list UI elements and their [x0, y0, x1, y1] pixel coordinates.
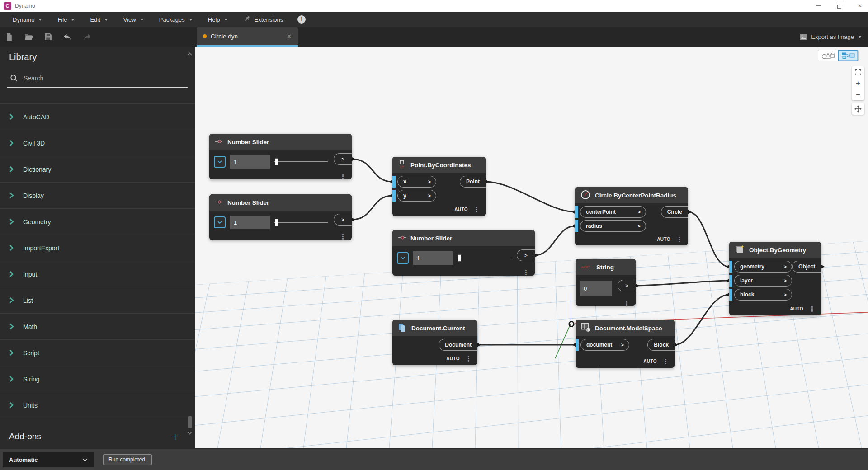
menu-dynamo[interactable]: Dynamo	[7, 12, 52, 27]
zoom-out-button[interactable]: −	[852, 89, 864, 100]
graph-view-button[interactable]	[838, 50, 858, 61]
minimize-button[interactable]	[815, 2, 822, 9]
slider-handle[interactable]	[458, 254, 461, 262]
output-port-document[interactable]: Document	[439, 339, 477, 351]
sidebar-item-dictionary[interactable]: Dictionary	[0, 156, 195, 183]
output-port-point[interactable]: Point	[460, 176, 486, 188]
export-as-image-button[interactable]: Export as Image	[800, 27, 862, 47]
menu-file[interactable]: File	[52, 12, 85, 27]
scroll-down-icon[interactable]	[187, 428, 192, 437]
close-button[interactable]: ✕	[856, 2, 863, 9]
node-number-slider-2[interactable]: Number Slider 1 > ⋮	[209, 194, 352, 240]
node-menu-icon[interactable]: ⋮	[662, 358, 669, 365]
menu-packages[interactable]: Packages	[154, 12, 203, 27]
input-port-block[interactable]: block>	[734, 289, 792, 301]
library-scrollbar[interactable]	[187, 48, 193, 437]
sidebar-item-list[interactable]: List	[0, 287, 195, 314]
node-number-slider-1[interactable]: Number Slider 1 > ⋮	[209, 134, 352, 179]
slider-value-input[interactable]: 1	[230, 155, 270, 169]
slider-value-input[interactable]: 1	[230, 216, 270, 229]
fit-to-screen-button[interactable]	[852, 66, 864, 78]
input-port-x[interactable]: x>	[397, 176, 436, 188]
output-port[interactable]: >	[334, 214, 352, 226]
output-port[interactable]: >	[618, 280, 636, 291]
output-port-block[interactable]: Block	[647, 339, 675, 351]
lacing-label[interactable]: AUTO	[446, 356, 460, 361]
sidebar-item-geometry[interactable]: Geometry	[0, 209, 195, 235]
output-port[interactable]: >	[334, 153, 352, 165]
node-menu-icon[interactable]: ⋮	[340, 233, 346, 240]
output-port-object[interactable]: Object	[792, 261, 821, 273]
sidebar-item-input[interactable]: Input	[0, 261, 195, 287]
undo-button[interactable]	[63, 33, 72, 42]
pan-button[interactable]	[852, 103, 864, 115]
run-mode-dropdown[interactable]: Automatic	[3, 452, 94, 467]
slider-track[interactable]	[274, 161, 328, 162]
sidebar-item-display[interactable]: Display	[0, 183, 195, 209]
output-port-circle[interactable]: Circle	[661, 206, 688, 218]
sidebar-item-civil3d[interactable]: Civil 3D	[0, 130, 195, 156]
node-document-current[interactable]: Document.Current Document AUTO⋮	[392, 320, 477, 365]
add-package-button[interactable]: +	[172, 431, 179, 442]
slider-value-input[interactable]: 1	[413, 251, 453, 265]
slider-handle[interactable]	[275, 219, 278, 226]
input-port-radius[interactable]: radius>	[580, 220, 646, 232]
search-input[interactable]	[24, 75, 159, 82]
input-port-layer[interactable]: layer>	[734, 275, 792, 287]
input-port-centerpoint[interactable]: centerPoint>	[580, 206, 646, 218]
node-object-bygeometry[interactable]: Object.ByGeometry geometry> Object layer…	[729, 242, 821, 315]
node-menu-icon[interactable]: ⋮	[465, 355, 472, 362]
slider-type-dropdown[interactable]	[214, 156, 226, 168]
slider-type-dropdown[interactable]	[214, 216, 226, 228]
input-port-document[interactable]: document>	[580, 339, 629, 351]
save-button[interactable]	[43, 33, 52, 42]
menu-extensions[interactable]: Extensions	[238, 12, 290, 27]
redo-button[interactable]	[82, 33, 91, 42]
string-value-input[interactable]: 0	[580, 281, 612, 296]
input-port-y[interactable]: y>	[397, 190, 436, 202]
scroll-up-icon[interactable]	[187, 49, 192, 57]
menu-edit[interactable]: Edit	[85, 12, 118, 27]
library-search[interactable]	[7, 71, 188, 88]
node-document-modelspace[interactable]: Document.ModelSpace document> Block AUTO…	[576, 320, 675, 368]
node-menu-icon[interactable]: ⋮	[523, 269, 529, 276]
sidebar-item-autocad[interactable]: AutoCAD	[0, 104, 195, 130]
menu-help[interactable]: Help	[203, 12, 238, 27]
node-menu-icon[interactable]: ⋮	[340, 173, 346, 179]
node-menu-icon[interactable]: ⋮	[809, 306, 816, 312]
sidebar-item-script[interactable]: Script	[0, 340, 195, 366]
sidebar-item-units[interactable]: Units	[0, 392, 195, 418]
sidebar-item-string[interactable]: String	[0, 366, 195, 392]
chevron-down-icon	[71, 19, 75, 21]
output-port[interactable]: >	[517, 249, 535, 261]
lacing-label[interactable]: AUTO	[454, 207, 468, 212]
node-menu-icon[interactable]: ⋮	[676, 236, 683, 243]
lacing-label[interactable]: AUTO	[790, 306, 803, 311]
scrollbar-thumb[interactable]	[188, 416, 192, 428]
tab-circle-dyn[interactable]: Circle.dyn ✕	[197, 27, 298, 47]
lacing-label[interactable]: AUTO	[643, 359, 657, 364]
slider-track[interactable]	[274, 222, 328, 223]
open-file-button[interactable]	[24, 33, 33, 42]
restore-button[interactable]	[835, 2, 843, 9]
sidebar-item-math[interactable]: Math	[0, 314, 195, 340]
geometry-view-button[interactable]	[818, 50, 838, 61]
tab-close-icon[interactable]: ✕	[287, 33, 292, 40]
notifications-icon[interactable]: !	[297, 15, 306, 24]
slider-type-dropdown[interactable]	[397, 252, 409, 264]
node-point-bycoordinates[interactable]: XYPoint.ByCoordinates x> Point y> AUTO⋮	[392, 157, 486, 216]
slider-handle[interactable]	[275, 158, 278, 165]
slider-track[interactable]	[458, 258, 511, 258]
menu-view[interactable]: View	[118, 12, 154, 27]
sidebar-item-importexport[interactable]: ImportExport	[0, 235, 195, 261]
node-number-slider-3[interactable]: Number Slider 1 > ⋮	[392, 230, 535, 276]
new-file-button[interactable]	[5, 33, 14, 42]
node-circle-bycenterpointradius[interactable]: Circle.ByCenterPointRadius centerPoint> …	[575, 187, 688, 245]
input-port-geometry[interactable]: geometry>	[734, 261, 792, 273]
node-menu-icon[interactable]: ⋮	[623, 301, 630, 307]
node-menu-icon[interactable]: ⋮	[473, 206, 480, 213]
lacing-label[interactable]: AUTO	[657, 237, 670, 242]
node-string[interactable]: ABCString 0 > ⋮	[576, 259, 636, 306]
graph-canvas[interactable]: Number Slider 1 > ⋮ Number Slider 1	[195, 47, 868, 448]
zoom-in-button[interactable]: +	[852, 78, 864, 89]
